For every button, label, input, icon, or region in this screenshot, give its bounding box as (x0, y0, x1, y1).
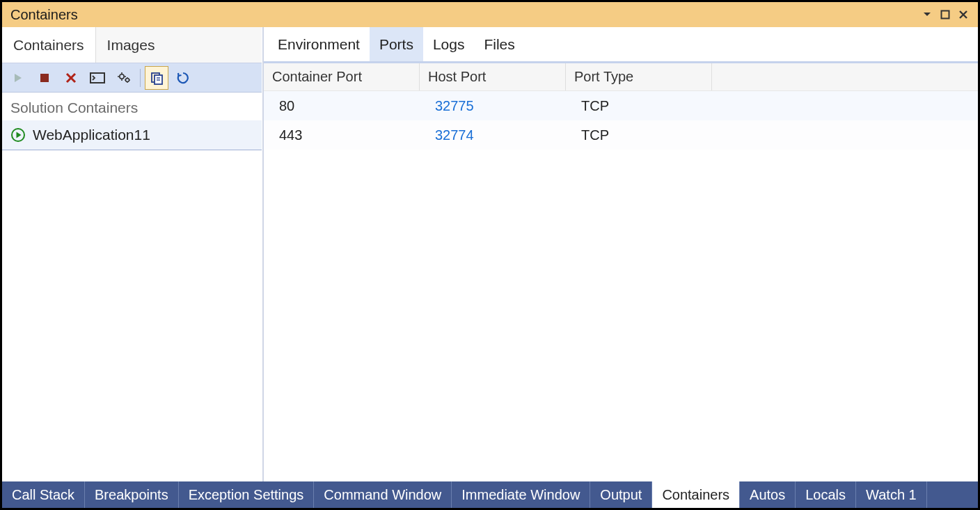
cell-host-port[interactable]: 32774 (420, 127, 566, 143)
bottom-tab-breakpoints[interactable]: Breakpoints (85, 481, 179, 508)
bottom-tab-exception-settings[interactable]: Exception Settings (179, 481, 315, 508)
tab-logs[interactable]: Logs (423, 27, 475, 61)
settings-button[interactable] (112, 66, 136, 90)
svg-rect-1 (40, 74, 49, 82)
ports-row[interactable]: 443 32774 TCP (264, 120, 978, 150)
toolbar-separator (140, 69, 141, 87)
tab-ports[interactable]: Ports (370, 27, 423, 61)
bottom-tab-autos[interactable]: Autos (740, 481, 796, 508)
title-bar: Containers (2, 2, 978, 27)
cell-port-type: TCP (566, 98, 712, 114)
bottom-tabs: Call Stack Breakpoints Exception Setting… (2, 481, 978, 508)
container-item-label: WebApplication11 (33, 127, 150, 143)
copy-button[interactable] (145, 66, 168, 90)
sidebar-tabs: Containers Images (2, 27, 262, 63)
detail-tabs: Environment Ports Logs Files (264, 27, 978, 63)
cell-container-port: 443 (264, 127, 420, 143)
ports-body: 80 32775 TCP 443 32774 TCP (264, 91, 978, 150)
running-icon (10, 127, 26, 143)
dropdown-icon[interactable] (918, 6, 936, 24)
header-port-type[interactable]: Port Type (566, 63, 712, 90)
bottom-tab-command-window[interactable]: Command Window (314, 481, 452, 508)
stop-button[interactable] (33, 66, 56, 90)
tab-images[interactable]: Images (96, 27, 166, 63)
refresh-button[interactable] (171, 66, 195, 90)
cell-host-port[interactable]: 32775 (420, 98, 566, 114)
ports-row[interactable]: 80 32775 TCP (264, 91, 978, 120)
svg-rect-2 (90, 73, 104, 83)
tab-containers[interactable]: Containers (2, 27, 96, 63)
cell-container-port: 80 (264, 98, 420, 114)
delete-button[interactable] (59, 66, 83, 90)
start-button[interactable] (6, 66, 30, 90)
header-host-port[interactable]: Host Port (420, 63, 566, 90)
svg-point-8 (126, 78, 129, 81)
ports-header: Container Port Host Port Port Type (264, 63, 978, 91)
tab-files[interactable]: Files (474, 27, 524, 61)
sidebar-toolbar (2, 63, 262, 93)
cell-port-type: TCP (566, 127, 712, 143)
sidebar: Containers Images (2, 27, 262, 481)
close-icon[interactable] (954, 6, 972, 24)
maximize-icon[interactable] (936, 6, 954, 24)
header-container-port[interactable]: Container Port (264, 63, 420, 90)
bottom-tab-output[interactable]: Output (590, 481, 652, 508)
bottom-tab-containers[interactable]: Containers (652, 481, 740, 508)
header-spacer (712, 63, 978, 90)
terminal-button[interactable] (86, 66, 109, 90)
tab-environment[interactable]: Environment (268, 27, 370, 61)
bottom-tab-immediate-window[interactable]: Immediate Window (452, 481, 590, 508)
svg-point-3 (120, 74, 124, 78)
sidebar-section-label: Solution Containers (2, 93, 262, 120)
detail-pane: Environment Ports Logs Files Container P… (262, 27, 978, 481)
window-title: Containers (10, 7, 78, 23)
bottom-tab-locals[interactable]: Locals (796, 481, 856, 508)
container-item[interactable]: WebApplication11 (2, 120, 262, 150)
container-list: WebApplication11 (2, 120, 262, 150)
bottom-tab-call-stack[interactable]: Call Stack (2, 481, 85, 508)
svg-rect-0 (942, 11, 949, 19)
bottom-tab-watch1[interactable]: Watch 1 (856, 481, 927, 508)
